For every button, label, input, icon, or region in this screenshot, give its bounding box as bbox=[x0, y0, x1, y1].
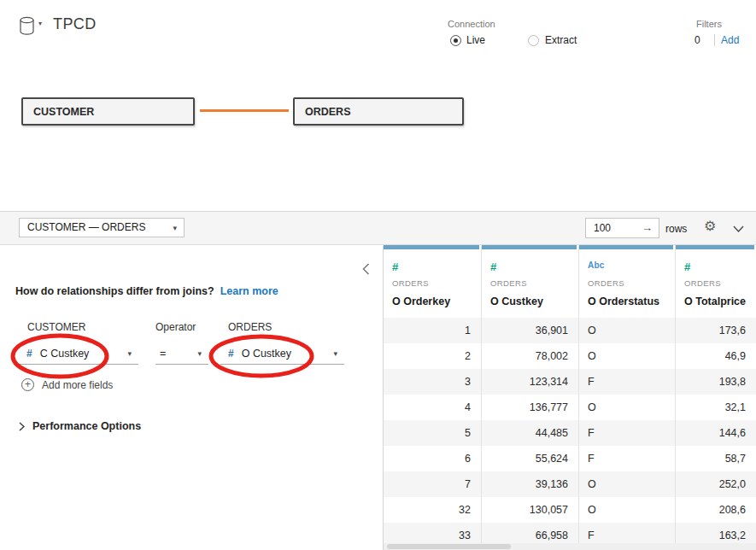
table-cell: 136,777 bbox=[482, 395, 579, 420]
table-cell: 58,7 bbox=[676, 446, 756, 471]
operator-dropdown[interactable]: = ▾ bbox=[155, 342, 208, 365]
text-type-icon: Abc bbox=[588, 260, 675, 273]
extract-radio-label[interactable]: Extract bbox=[545, 34, 577, 46]
table-cell: O bbox=[579, 471, 676, 497]
canvas-table-orders[interactable]: ORDERS bbox=[293, 97, 464, 126]
horizontal-scrollbar-thumb[interactable] bbox=[387, 544, 511, 549]
grid-header-row: #ORDERSO Orderkey#ORDERSO CustkeyAbcORDE… bbox=[384, 245, 756, 318]
chevron-down-icon: ▾ bbox=[173, 219, 177, 237]
performance-options-label: Performance Options bbox=[32, 420, 141, 432]
table-row: 739,136O252,0 bbox=[384, 471, 756, 497]
add-filter-link[interactable]: Add bbox=[721, 34, 739, 46]
gear-icon[interactable]: ⚙ bbox=[704, 219, 716, 233]
table-cell: 78,002 bbox=[482, 343, 579, 369]
table-cell: 2 bbox=[384, 343, 482, 369]
chevron-down-icon: ▾ bbox=[333, 349, 337, 358]
right-field-value: O Custkey bbox=[242, 348, 291, 360]
left-field-dropdown[interactable]: # C Custkey ▾ bbox=[15, 342, 138, 365]
table-row: 655,624F58,7 bbox=[384, 446, 756, 471]
table-cell: 46,9 bbox=[676, 343, 756, 369]
column-header[interactable]: #ORDERSO Totalprice bbox=[676, 245, 756, 318]
number-type-icon: # bbox=[392, 260, 481, 273]
table-cell: O bbox=[579, 318, 676, 343]
table-row: 32130,057O208,6 bbox=[384, 497, 756, 523]
relationship-selector-value: CUSTOMER — ORDERS bbox=[27, 221, 145, 233]
column-header[interactable]: AbcORDERSO Orderstatus bbox=[579, 245, 676, 318]
operator-value: = bbox=[160, 348, 166, 360]
learn-more-link[interactable]: Learn more bbox=[220, 285, 278, 297]
table-cell: O bbox=[579, 497, 676, 523]
relationship-connector-line[interactable] bbox=[200, 109, 289, 112]
apply-rows-arrow-icon[interactable]: → bbox=[642, 219, 653, 237]
number-type-icon: # bbox=[490, 260, 578, 273]
live-radio[interactable] bbox=[450, 35, 461, 46]
table-cell: F bbox=[579, 420, 676, 446]
extract-radio[interactable] bbox=[528, 35, 539, 46]
column-table-caption: ORDERS bbox=[392, 278, 481, 288]
table-cell: 5 bbox=[384, 420, 482, 446]
filters-divider bbox=[714, 34, 715, 46]
canvas-table-orders-label: ORDERS bbox=[305, 106, 350, 118]
table-cell: F bbox=[579, 369, 676, 395]
connection-section-label: Connection bbox=[448, 19, 495, 29]
page-title: TPCD bbox=[53, 15, 97, 33]
column-table-caption: ORDERS bbox=[490, 278, 578, 288]
column-selection-bar[interactable] bbox=[482, 245, 577, 249]
table-cell: 32 bbox=[384, 497, 482, 523]
tableau-datasource-page: ▾ TPCD Connection Live Extract Filters 0… bbox=[0, 0, 756, 550]
right-field-dropdown[interactable]: # O Custkey ▾ bbox=[220, 342, 344, 365]
left-table-column-label: CUSTOMER bbox=[27, 321, 85, 333]
table-row: 4136,777O32,1 bbox=[384, 395, 756, 420]
table-cell: 123,314 bbox=[482, 369, 579, 395]
relationship-selector-dropdown[interactable]: CUSTOMER — ORDERS ▾ bbox=[19, 218, 185, 237]
datagrid-toolbar: CUSTOMER — ORDERS ▾ 100 → rows ⚙ bbox=[0, 211, 756, 245]
live-radio-label[interactable]: Live bbox=[466, 34, 485, 46]
column-header[interactable]: #ORDERSO Orderkey bbox=[384, 245, 482, 318]
table-cell: F bbox=[579, 446, 676, 471]
number-type-icon: # bbox=[228, 348, 234, 360]
rows-count-input[interactable]: 100 → bbox=[585, 218, 659, 238]
operator-column-label: Operator bbox=[155, 321, 196, 333]
table-cell: 39,136 bbox=[482, 471, 579, 497]
column-selection-bar[interactable] bbox=[676, 245, 754, 249]
table-cell: 55,624 bbox=[482, 446, 579, 471]
column-field-name: O Totalprice bbox=[684, 295, 756, 307]
table-cell: 7 bbox=[384, 471, 482, 497]
column-selection-bar[interactable] bbox=[579, 245, 673, 249]
table-cell: 1 bbox=[384, 318, 482, 343]
collapse-pane-chevron-left-icon[interactable] bbox=[362, 263, 370, 275]
column-header[interactable]: #ORDERSO Custkey bbox=[482, 245, 579, 318]
database-menu-caret-icon[interactable]: ▾ bbox=[38, 20, 42, 27]
table-cell: 252,0 bbox=[676, 471, 756, 497]
horizontal-scrollbar[interactable] bbox=[384, 543, 756, 550]
grid-body: 136,901O173,6278,002O46,93123,314F193,84… bbox=[384, 318, 756, 548]
table-cell: 6 bbox=[384, 446, 482, 471]
canvas-table-customer-label: CUSTOMER bbox=[33, 106, 94, 118]
column-selection-bar[interactable] bbox=[384, 245, 479, 249]
chevron-right-icon bbox=[19, 422, 25, 431]
performance-options-expander[interactable]: Performance Options bbox=[19, 420, 141, 432]
canvas-table-customer[interactable]: CUSTOMER bbox=[21, 97, 195, 126]
number-type-icon: # bbox=[684, 260, 756, 273]
number-type-icon: # bbox=[26, 348, 32, 360]
data-preview-grid: #ORDERSO Orderkey#ORDERSO CustkeyAbcORDE… bbox=[384, 245, 756, 550]
table-row: 544,485F144,6 bbox=[384, 420, 756, 446]
add-more-fields-button[interactable]: + Add more fields bbox=[21, 378, 113, 391]
database-icon[interactable] bbox=[19, 16, 35, 36]
table-row: 3123,314F193,8 bbox=[384, 369, 756, 395]
add-more-fields-label: Add more fields bbox=[42, 379, 113, 391]
chevron-down-icon[interactable] bbox=[733, 225, 744, 232]
relationship-help-text: How do relationships differ from joins?L… bbox=[15, 285, 278, 297]
filters-count: 0 bbox=[694, 34, 700, 46]
table-cell: 173,6 bbox=[676, 318, 756, 343]
table-cell: 3 bbox=[384, 369, 482, 395]
column-field-name: O Orderstatus bbox=[588, 295, 675, 307]
table-cell: 4 bbox=[384, 395, 482, 420]
left-field-value: C Custkey bbox=[40, 348, 90, 360]
table-cell: 44,485 bbox=[482, 420, 579, 446]
table-cell: 208,6 bbox=[676, 497, 756, 523]
relationship-question: How do relationships differ from joins? bbox=[15, 285, 214, 297]
chevron-down-icon: ▾ bbox=[127, 349, 132, 358]
right-table-column-label: ORDERS bbox=[228, 321, 272, 333]
rows-count-value: 100 bbox=[594, 222, 611, 234]
